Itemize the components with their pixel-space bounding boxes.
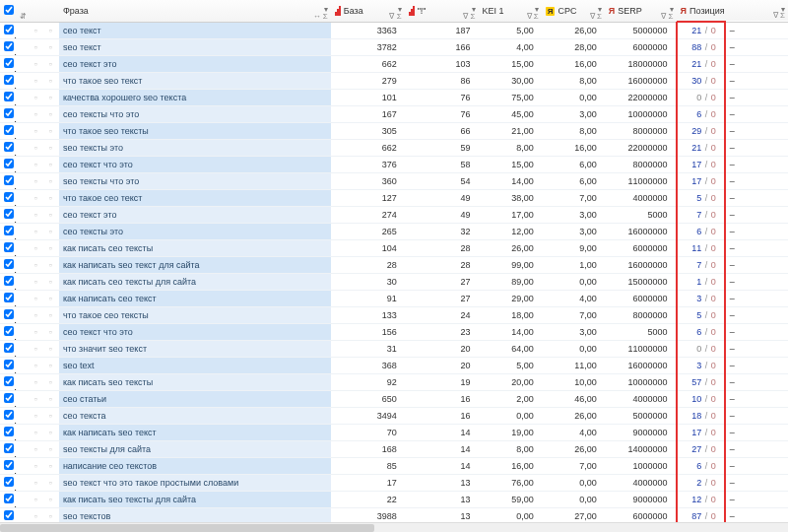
column-header-freq[interactable]: "!"▾∇ Σ: [405, 0, 479, 22]
select-all-checkbox[interactable]: [4, 5, 14, 15]
row-group-icon[interactable]: ▫: [42, 290, 59, 306]
row-flag-icon[interactable]: [17, 38, 30, 55]
table-row[interactable]: ▫▫сео текст это66210315,0016,00180000002…: [0, 55, 788, 72]
row-group-icon[interactable]: ▫: [42, 440, 59, 457]
table-row[interactable]: ▫▫как писать seo тексты для сайта221359,…: [0, 491, 788, 507]
row-checkbox[interactable]: [4, 510, 14, 520]
table-row[interactable]: ▫▫сео текст это2744917,003,0050007 / 0–: [0, 206, 788, 223]
cell-phrase[interactable]: seo текст что это такое простыми словами: [59, 474, 331, 491]
row-copy-icon[interactable]: ▫: [30, 290, 42, 306]
row-checkbox-cell[interactable]: [0, 22, 17, 38]
row-checkbox[interactable]: [4, 376, 14, 386]
cell-phrase[interactable]: сео статьи: [59, 390, 331, 407]
cell-phrase[interactable]: что значит seo текст: [59, 340, 331, 357]
row-group-icon[interactable]: ▫: [42, 357, 59, 373]
row-flag-icon[interactable]: [17, 424, 30, 440]
cell-phrase[interactable]: seo тексты для сайта: [59, 440, 331, 457]
row-checkbox[interactable]: [4, 175, 14, 185]
row-copy-icon[interactable]: ▫: [30, 55, 42, 72]
row-checkbox-cell[interactable]: [0, 139, 17, 156]
table-row[interactable]: ▫▫как написать seo текст для сайта282899…: [0, 256, 788, 273]
row-copy-icon[interactable]: ▫: [30, 457, 42, 474]
row-checkbox-cell[interactable]: [0, 55, 17, 72]
row-checkbox-cell[interactable]: [0, 38, 17, 55]
row-checkbox-cell[interactable]: [0, 72, 17, 89]
row-copy-icon[interactable]: ▫: [30, 89, 42, 105]
row-flag-icon[interactable]: [17, 139, 30, 156]
row-checkbox-cell[interactable]: [0, 256, 17, 273]
row-checkbox[interactable]: [4, 259, 14, 269]
header-group-icon[interactable]: [42, 0, 59, 22]
cell-phrase[interactable]: seo тексты это: [59, 139, 331, 156]
row-group-icon[interactable]: ▫: [42, 424, 59, 440]
cell-phrase[interactable]: сео текст: [59, 22, 331, 38]
row-checkbox-cell[interactable]: [0, 172, 17, 189]
row-checkbox[interactable]: [4, 326, 14, 336]
table-row[interactable]: ▫▫сео тексты это2653212,003,00160000006 …: [0, 223, 788, 239]
cell-phrase[interactable]: сео текст что это: [59, 156, 331, 172]
row-group-icon[interactable]: ▫: [42, 189, 59, 206]
row-flag-icon[interactable]: [17, 474, 30, 491]
cell-phrase[interactable]: что такое сео текст: [59, 189, 331, 206]
column-header-base[interactable]: База▾∇ Σ: [331, 0, 405, 22]
table-row[interactable]: ▫▫что такое seo тексты3056621,008,008000…: [0, 122, 788, 139]
row-copy-icon[interactable]: ▫: [30, 424, 42, 440]
row-flag-icon[interactable]: [17, 491, 30, 507]
table-row[interactable]: ▫▫сео текст33631875,0026,00500000021 / 0…: [0, 22, 788, 38]
table-row[interactable]: ▫▫как писать сео тексты для сайта302789,…: [0, 273, 788, 290]
row-group-icon[interactable]: ▫: [42, 306, 59, 323]
cell-phrase[interactable]: сео текста: [59, 407, 331, 424]
row-copy-icon[interactable]: ▫: [30, 22, 42, 38]
row-checkbox[interactable]: [4, 92, 14, 101]
row-copy-icon[interactable]: ▫: [30, 306, 42, 323]
row-copy-icon[interactable]: ▫: [30, 239, 42, 256]
row-copy-icon[interactable]: ▫: [30, 256, 42, 273]
row-checkbox-cell[interactable]: [0, 290, 17, 306]
row-checkbox[interactable]: [4, 41, 14, 51]
row-checkbox[interactable]: [4, 460, 14, 470]
table-row[interactable]: ▫▫seo тексты это662598,0016,002200000021…: [0, 139, 788, 156]
row-flag-icon[interactable]: [17, 105, 30, 122]
row-flag-icon[interactable]: [17, 72, 30, 89]
row-group-icon[interactable]: ▫: [42, 22, 59, 38]
cell-phrase[interactable]: написание сео текстов: [59, 457, 331, 474]
row-copy-icon[interactable]: ▫: [30, 474, 42, 491]
row-group-icon[interactable]: ▫: [42, 156, 59, 172]
row-flag-icon[interactable]: [17, 223, 30, 239]
cell-phrase[interactable]: что такое seo тексты: [59, 122, 331, 139]
row-checkbox-cell[interactable]: [0, 239, 17, 256]
row-checkbox-cell[interactable]: [0, 223, 17, 239]
row-copy-icon[interactable]: ▫: [30, 390, 42, 407]
row-copy-icon[interactable]: ▫: [30, 491, 42, 507]
table-row[interactable]: ▫▫seo текст что это такое простыми слова…: [0, 474, 788, 491]
row-checkbox-cell[interactable]: [0, 105, 17, 122]
row-group-icon[interactable]: ▫: [42, 323, 59, 340]
row-group-icon[interactable]: ▫: [42, 172, 59, 189]
row-group-icon[interactable]: ▫: [42, 239, 59, 256]
row-flag-icon[interactable]: [17, 206, 30, 223]
row-flag-icon[interactable]: [17, 357, 30, 373]
cell-phrase[interactable]: качества хорошего seo текста: [59, 89, 331, 105]
row-flag-icon[interactable]: [17, 440, 30, 457]
row-checkbox[interactable]: [4, 209, 14, 219]
row-checkbox[interactable]: [4, 142, 14, 152]
row-checkbox[interactable]: [4, 293, 14, 302]
row-checkbox[interactable]: [4, 226, 14, 235]
table-row[interactable]: ▫▫качества хорошего seo текста1017675,00…: [0, 89, 788, 105]
table-row[interactable]: ▫▫как писать seo тексты921920,0010,00100…: [0, 373, 788, 390]
table-row[interactable]: ▫▫что такое seo текст2798630,008,0016000…: [0, 72, 788, 89]
row-copy-icon[interactable]: ▫: [30, 206, 42, 223]
row-checkbox-cell[interactable]: [0, 340, 17, 357]
row-copy-icon[interactable]: ▫: [30, 105, 42, 122]
row-flag-icon[interactable]: [17, 89, 30, 105]
column-header-cpc[interactable]: ЯCPC▾∇ Σ: [542, 0, 605, 22]
row-checkbox[interactable]: [4, 393, 14, 403]
row-flag-icon[interactable]: [17, 122, 30, 139]
cell-phrase[interactable]: как писать seo тексты для сайта: [59, 491, 331, 507]
table-row[interactable]: ▫▫написание сео текстов851416,007,001000…: [0, 457, 788, 474]
cell-phrase[interactable]: seo тексты что это: [59, 172, 331, 189]
row-checkbox[interactable]: [4, 427, 14, 436]
row-group-icon[interactable]: ▫: [42, 139, 59, 156]
row-checkbox-cell[interactable]: [0, 373, 17, 390]
horizontal-scrollbar[interactable]: [0, 522, 788, 532]
